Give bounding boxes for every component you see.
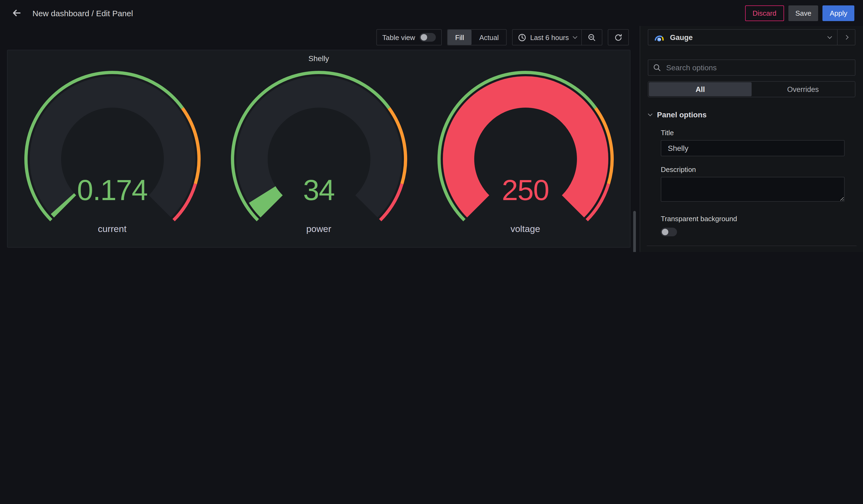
collapse-sidebar-button[interactable]: [838, 30, 855, 45]
gauge-label: current: [98, 224, 126, 235]
gauge-label: voltage: [511, 224, 540, 235]
chevron-right-icon: [844, 35, 849, 40]
gauge-label: power: [306, 224, 332, 235]
save-button[interactable]: Save: [788, 5, 818, 21]
refresh-button[interactable]: [608, 30, 628, 45]
discard-button[interactable]: Discard: [745, 5, 784, 21]
gauge-value: 34: [218, 173, 419, 206]
gauge-value: 250: [425, 173, 626, 206]
visualization-picker[interactable]: 79 Gauge: [648, 29, 855, 46]
tab-overrides[interactable]: Overrides: [752, 82, 854, 96]
zoom-out-icon: [588, 33, 596, 41]
back-button[interactable]: [9, 5, 25, 21]
refresh-group: [608, 29, 629, 46]
gauge-panel[interactable]: Shelly 0.174 current 34 power 250 voltag…: [7, 50, 630, 248]
main-scrollbar-thumb[interactable]: [633, 211, 636, 252]
tab-all[interactable]: All: [649, 82, 752, 96]
options-filter-tabs: All Overrides: [648, 81, 855, 97]
section-panel-options[interactable]: Panel options: [648, 106, 855, 123]
description-field-label: Description: [661, 165, 845, 174]
title-field: [661, 140, 845, 156]
gauge-current: 0.174 current: [12, 66, 213, 235]
svg-text:79: 79: [658, 38, 661, 41]
top-header: New dashboard / Edit Panel Discard Save …: [0, 0, 863, 26]
table-view-label: Table view: [382, 33, 415, 41]
search-icon: [653, 64, 661, 71]
options-sidebar: 79 Gauge All Overrides Panel options: [640, 26, 863, 252]
gauge-value: 0.174: [12, 173, 213, 206]
gauges-row: 0.174 current 34 power 250 voltage: [8, 66, 630, 235]
options-search[interactable]: [648, 60, 855, 76]
panel-title: Shelly: [8, 50, 630, 63]
page-title: New dashboard / Edit Panel: [33, 8, 133, 17]
transparent-bg-toggle[interactable]: [661, 228, 677, 236]
time-range-group: Last 6 hours: [512, 29, 602, 46]
visualization-name: Gauge: [670, 33, 693, 41]
clock-icon: [518, 33, 526, 41]
fit-mode-group: Fill Actual: [447, 29, 507, 46]
gauge-viz-icon: 79: [653, 33, 665, 42]
time-range-label: Last 6 hours: [530, 33, 569, 41]
search-input[interactable]: [665, 63, 850, 73]
refresh-icon: [614, 33, 622, 41]
panel-toolbar: Table view Fill Actual Last 6 hours: [0, 26, 640, 49]
actual-tab[interactable]: Actual: [472, 30, 506, 45]
description-textarea[interactable]: [661, 177, 845, 202]
chevron-down-icon: [827, 34, 832, 39]
gauge-power: 34 power: [218, 66, 419, 235]
apply-button[interactable]: Apply: [823, 5, 854, 21]
main-column: Table view Fill Actual Last 6 hours: [0, 26, 640, 252]
arrow-left-icon: [12, 8, 22, 18]
time-range-picker[interactable]: Last 6 hours: [513, 30, 581, 45]
table-view-group: Table view: [376, 29, 441, 46]
title-field-label: Title: [661, 129, 845, 137]
transparent-bg-label: Transparent background: [661, 215, 845, 223]
title-input[interactable]: [667, 143, 839, 153]
table-view-toggle[interactable]: [419, 33, 436, 42]
panel-options-title: Panel options: [657, 110, 707, 119]
chevron-down-icon: [648, 112, 652, 116]
grafana-edit-panel: New dashboard / Edit Panel Discard Save …: [0, 0, 863, 252]
fill-tab[interactable]: Fill: [448, 30, 472, 45]
zoom-out-button[interactable]: [582, 30, 602, 45]
gauge-voltage: 250 voltage: [425, 66, 626, 235]
section-panel-links[interactable]: Panel links: [648, 246, 855, 252]
chevron-down-icon: [573, 34, 577, 39]
